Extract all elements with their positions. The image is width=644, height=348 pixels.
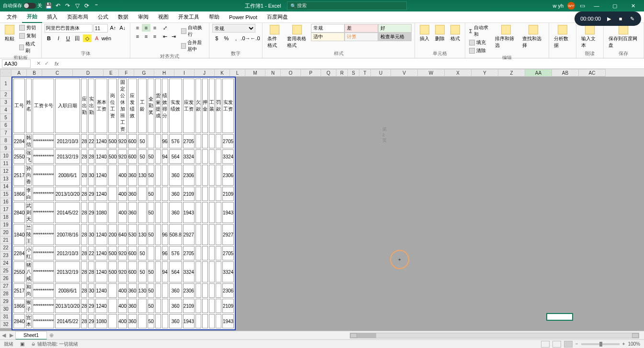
col-header-X[interactable]: X: [445, 69, 472, 77]
table-cell[interactable]: 兰陵王: [26, 224, 32, 245]
qat-more-icon[interactable]: ⁼: [93, 2, 100, 9]
col-header-C[interactable]: C: [42, 69, 73, 77]
table-header[interactable]: 应出勤: [81, 79, 87, 133]
comma-icon[interactable]: ,: [231, 34, 240, 42]
table-cell[interactable]: 564: [169, 261, 182, 282]
table-cell[interactable]: [216, 187, 221, 201]
table-cell[interactable]: [202, 246, 208, 260]
table-cell[interactable]: 94: [162, 261, 168, 282]
table-cell[interactable]: 2109: [183, 299, 195, 313]
table-cell[interactable]: 500: [108, 246, 117, 260]
row-header-21[interactable]: 21: [0, 236, 12, 244]
style-neutral[interactable]: 适中: [311, 33, 345, 41]
table-cell[interactable]: [162, 187, 168, 201]
table-cell[interactable]: 2550: [13, 149, 25, 164]
table-cell[interactable]: 猪八戒: [26, 261, 32, 282]
ribbon-tab-4[interactable]: 公式: [93, 11, 113, 23]
row-header-25[interactable]: 25: [0, 267, 12, 275]
table-cell[interactable]: 360: [169, 187, 182, 201]
bold-button[interactable]: B: [45, 34, 53, 42]
table-cell[interactable]: 3324: [222, 149, 234, 164]
table-cell[interactable]: 孙尚香: [26, 165, 32, 186]
col-header-S[interactable]: S: [348, 69, 359, 77]
row-header-18[interactable]: 18: [0, 213, 12, 221]
table-cell[interactable]: 2306: [183, 283, 195, 298]
table-cell[interactable]: 1240: [95, 224, 107, 245]
table-cell[interactable]: [216, 314, 221, 328]
table-cell[interactable]: 30: [88, 165, 94, 186]
table-cell[interactable]: 564: [169, 149, 182, 164]
table-cell[interactable]: 2014/5/22: [55, 202, 80, 223]
table-header[interactable]: 实出勤: [88, 79, 94, 133]
align-center-icon[interactable]: ≡: [142, 33, 150, 40]
table-cell[interactable]: 22: [88, 246, 94, 260]
table-cell[interactable]: 96: [162, 224, 168, 245]
table-cell[interactable]: 2012/10/3: [55, 246, 80, 260]
col-header-T[interactable]: T: [359, 69, 371, 77]
table-cell[interactable]: 360: [128, 202, 137, 223]
table-cell[interactable]: 96: [162, 246, 168, 260]
restore-button[interactable]: ▢: [608, 0, 622, 11]
table-cell[interactable]: [108, 165, 117, 186]
table-cell[interactable]: 28: [81, 283, 87, 298]
table-cell[interactable]: [209, 314, 215, 328]
table-cell[interactable]: 和尚: [26, 283, 32, 298]
ribbon-tab-2[interactable]: 插入: [42, 11, 62, 23]
cut-button[interactable]: 剪切: [18, 24, 38, 32]
ribbon-tab-7[interactable]: 视图: [153, 11, 173, 23]
table-cell[interactable]: 508.8: [169, 224, 182, 245]
table-header[interactable]: 罚款: [216, 79, 221, 133]
table-header[interactable]: 实发绩效: [169, 79, 182, 133]
table-cell[interactable]: [216, 149, 221, 164]
table-cell[interactable]: 50: [148, 202, 154, 223]
table-cell[interactable]: 640: [118, 224, 127, 245]
table-cell[interactable]: [196, 261, 201, 282]
table-cell[interactable]: 360: [128, 314, 137, 328]
table-cell[interactable]: 29: [88, 187, 94, 201]
table-cell[interactable]: 1866: [13, 299, 25, 313]
table-cell[interactable]: [196, 283, 201, 298]
col-header-K[interactable]: K: [215, 69, 230, 77]
table-cell[interactable]: 920: [118, 261, 127, 282]
col-header-V[interactable]: V: [391, 69, 418, 77]
style-check[interactable]: 检查单元格: [378, 33, 412, 41]
table-cell[interactable]: 50: [148, 299, 154, 313]
font-size-select[interactable]: [93, 24, 108, 33]
row-header-8[interactable]: 8: [0, 137, 12, 145]
table-cell[interactable]: 50: [148, 165, 154, 186]
table-cell[interactable]: 1943: [183, 202, 195, 223]
row-header-4[interactable]: 4: [0, 106, 12, 114]
table-cell[interactable]: 28: [88, 149, 94, 164]
zoom-level[interactable]: 100%: [628, 341, 640, 347]
fx-icon[interactable]: fx: [53, 61, 61, 67]
row-header-11[interactable]: 11: [0, 160, 12, 168]
row-header-31[interactable]: 31: [0, 313, 12, 321]
table-header[interactable]: 固定公休加班工资: [118, 79, 127, 133]
underline-button[interactable]: U: [64, 34, 72, 42]
table-cell[interactable]: [209, 202, 215, 223]
table-cell[interactable]: 600: [128, 149, 137, 164]
table-cell[interactable]: 360: [128, 165, 137, 186]
table-cell[interactable]: 宫本: [26, 314, 32, 328]
table-cell[interactable]: 50: [138, 134, 147, 148]
table-cell[interactable]: 3324: [183, 261, 195, 282]
col-header-O[interactable]: O: [281, 69, 301, 77]
col-header-G[interactable]: G: [134, 69, 154, 77]
row-header-10[interactable]: 10: [0, 152, 12, 160]
ribbon-tab-6[interactable]: 审阅: [133, 11, 153, 23]
view-page-layout-button[interactable]: [552, 341, 561, 348]
table-cell[interactable]: 400: [118, 283, 127, 298]
font-color-button[interactable]: A: [92, 34, 101, 42]
table-cell[interactable]: 1240: [95, 149, 107, 164]
autosum-button[interactable]: Σ自动求和: [468, 24, 491, 38]
table-cell[interactable]: [108, 283, 117, 298]
table-cell[interactable]: 1943: [183, 314, 195, 328]
row-header-30[interactable]: 30: [0, 305, 12, 313]
table-cell[interactable]: [216, 202, 221, 223]
col-header-L[interactable]: L: [230, 69, 245, 77]
table-cell[interactable]: 400: [118, 187, 127, 201]
table-cell[interactable]: 2705: [222, 134, 234, 148]
col-header-AB[interactable]: AB: [552, 69, 579, 77]
table-cell[interactable]: [202, 165, 208, 186]
table-cell[interactable]: 130: [138, 224, 147, 245]
